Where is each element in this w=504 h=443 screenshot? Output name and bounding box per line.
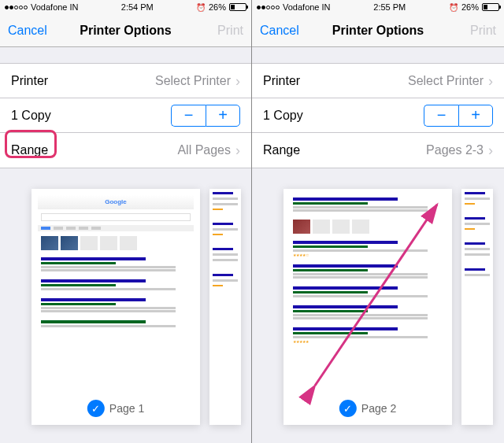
status-bar: Vodafone IN 2:54 PM ⏰ 26% <box>0 0 251 14</box>
alarm-icon: ⏰ <box>449 3 458 12</box>
copies-increment-button[interactable]: + <box>206 105 240 127</box>
range-row[interactable]: Range Pages 2-3 › <box>252 133 504 168</box>
range-value: Pages 2-3 <box>426 143 484 157</box>
printer-value: Select Printer <box>408 74 484 88</box>
copies-decrement-button[interactable]: − <box>171 105 206 127</box>
clock: 2:55 PM <box>373 2 406 12</box>
phone-right: Vodafone IN 2:55 PM ⏰ 26% Cancel Printer… <box>252 0 504 443</box>
signal-indicator <box>257 6 280 9</box>
chevron-right-icon: › <box>235 143 240 157</box>
battery-pct: 26% <box>461 2 479 12</box>
range-value: All Pages <box>177 143 231 157</box>
phone-left: Vodafone IN 2:54 PM ⏰ 26% Cancel Printer… <box>0 0 252 443</box>
nav-bar: Cancel Printer Options Print <box>0 14 251 47</box>
carrier-label: Vodafone IN <box>31 2 79 12</box>
range-label: Range <box>11 143 48 157</box>
copies-label: 1 Copy <box>263 109 303 123</box>
page-title: Printer Options <box>80 24 171 38</box>
range-row[interactable]: Range All Pages › <box>0 133 251 168</box>
carrier-label: Vodafone IN <box>283 2 331 12</box>
page-number-label: Page 2 <box>361 402 396 415</box>
cancel-button[interactable]: Cancel <box>260 24 315 38</box>
settings-list: Printer Select Printer › 1 Copy − + Rang… <box>252 63 504 168</box>
preview-area[interactable]: Google ✓ Page 1 <box>0 168 251 443</box>
preview-page-next[interactable] <box>209 189 241 425</box>
battery-icon <box>229 3 246 11</box>
copies-row: 1 Copy − + <box>0 98 251 133</box>
page-selected-check-icon[interactable]: ✓ <box>339 400 357 417</box>
chevron-right-icon: › <box>235 74 240 88</box>
preview-page-next[interactable] <box>461 189 493 425</box>
alarm-icon: ⏰ <box>196 3 206 12</box>
nav-bar: Cancel Printer Options Print <box>252 14 504 47</box>
copies-row: 1 Copy − + <box>252 98 504 133</box>
copies-stepper: − + <box>424 105 493 127</box>
signal-indicator <box>5 6 28 9</box>
copies-decrement-button[interactable]: − <box>424 105 458 127</box>
page-badge: ✓ Page 2 <box>339 400 396 417</box>
printer-row[interactable]: Printer Select Printer › <box>0 64 251 98</box>
printer-label: Printer <box>263 74 300 88</box>
preview-page-2[interactable]: ★★★★☆ ★★★★★ ✓ Page 2 <box>284 189 452 425</box>
google-logo: Google <box>105 198 127 205</box>
battery-pct: 26% <box>209 2 226 12</box>
copies-increment-button[interactable]: + <box>458 105 493 127</box>
printer-row[interactable]: Printer Select Printer › <box>252 64 504 98</box>
chevron-right-icon: › <box>488 74 493 88</box>
battery-icon <box>482 3 499 11</box>
clock: 2:54 PM <box>121 2 154 12</box>
print-button[interactable]: Print <box>441 24 496 38</box>
print-button[interactable]: Print <box>188 24 243 38</box>
printer-value: Select Printer <box>155 74 231 88</box>
copies-label: 1 Copy <box>11 109 51 123</box>
status-bar: Vodafone IN 2:55 PM ⏰ 26% <box>252 0 504 14</box>
preview-area[interactable]: ★★★★☆ ★★★★★ ✓ Page 2 <box>252 168 504 443</box>
page-badge: ✓ Page 1 <box>87 400 144 417</box>
preview-page-1[interactable]: Google ✓ Page 1 <box>32 189 200 425</box>
page-selected-check-icon[interactable]: ✓ <box>87 400 105 417</box>
page-title: Printer Options <box>332 24 424 38</box>
settings-list: Printer Select Printer › 1 Copy − + Rang… <box>0 63 251 168</box>
range-label: Range <box>263 143 300 157</box>
cancel-button[interactable]: Cancel <box>8 24 63 38</box>
page-number-label: Page 1 <box>109 402 144 415</box>
printer-label: Printer <box>11 74 48 88</box>
copies-stepper: − + <box>171 105 240 127</box>
chevron-right-icon: › <box>488 143 493 157</box>
